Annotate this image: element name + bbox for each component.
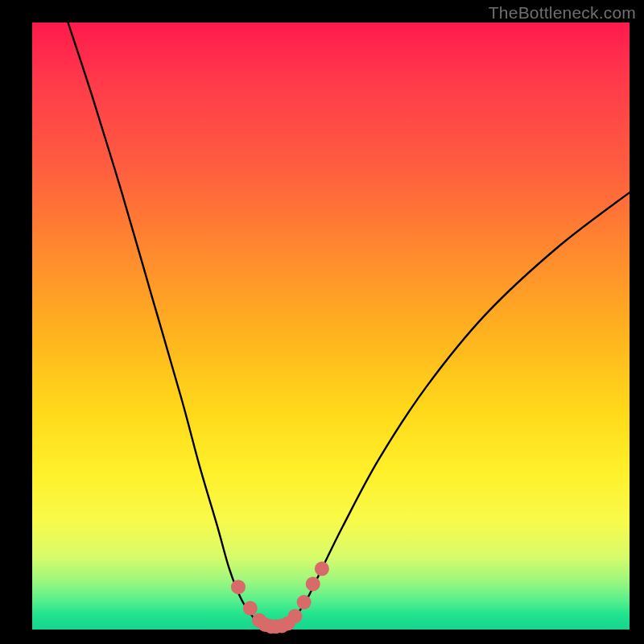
chart-frame: TheBottleneck.com bbox=[0, 0, 644, 644]
curve-layer bbox=[32, 23, 630, 630]
marker-dot bbox=[315, 562, 329, 576]
marker-dot bbox=[306, 576, 320, 591]
marker-dot bbox=[297, 595, 312, 609]
optimal-range-dots bbox=[231, 562, 329, 634]
bottleneck-curve bbox=[68, 23, 630, 628]
watermark-text: TheBottleneck.com bbox=[489, 3, 636, 23]
plot-area bbox=[32, 23, 630, 630]
marker-dot bbox=[231, 580, 246, 594]
marker-dot bbox=[287, 609, 302, 623]
marker-dot bbox=[243, 601, 258, 616]
